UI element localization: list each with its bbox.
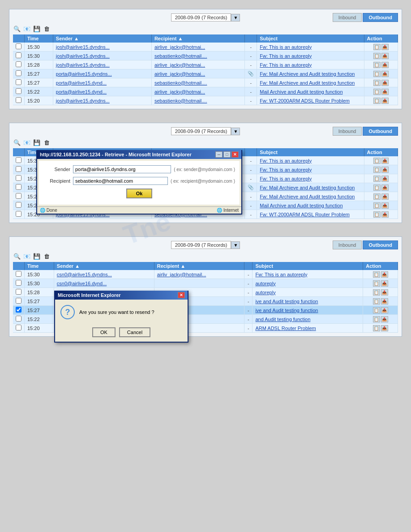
dialog-minimize-button[interactable]: ─ — [215, 151, 223, 158]
row-checkbox[interactable] — [13, 51, 25, 60]
view-icon[interactable]: 📋 — [373, 44, 381, 50]
row-checkbox[interactable] — [13, 156, 25, 165]
row-checkbox[interactable] — [13, 315, 25, 324]
view-icon[interactable]: 📋 — [373, 98, 381, 104]
resend-icon[interactable]: 📤 — [381, 176, 389, 182]
dialog-ok-button[interactable]: Ok — [126, 189, 153, 198]
view-icon[interactable]: 📋 — [373, 193, 381, 200]
view-icon[interactable]: 📋 — [373, 176, 381, 182]
view-icon[interactable]: 📋 — [373, 211, 381, 218]
row-checkbox[interactable] — [13, 78, 25, 87]
row-checkbox[interactable] — [13, 174, 25, 183]
view-icon[interactable]: 📋 — [373, 325, 380, 331]
resend-icon[interactable]: 📤 — [381, 298, 388, 305]
resend-icon[interactable]: 📤 — [381, 325, 388, 331]
row-checkbox[interactable] — [13, 201, 25, 210]
col-sender-1: Sender ▲ — [53, 34, 151, 43]
table-row: 15:30 csn0@airlive16.dynd... - autoreply… — [13, 279, 398, 288]
resend-icon[interactable]: 📤 — [381, 167, 389, 173]
tab-outbound-1[interactable]: Outbound — [363, 13, 398, 22]
row-checkbox[interactable] — [13, 279, 25, 288]
resend-icon[interactable]: 📤 — [381, 80, 389, 86]
resend-icon[interactable]: 📤 — [381, 53, 389, 59]
tab-inbound-1[interactable]: Inbound — [333, 13, 362, 22]
confirm-cancel-button[interactable]: Cancel — [119, 327, 150, 337]
view-icon[interactable]: 📋 — [373, 280, 380, 287]
confirm-message: Are you sure you want to resend ? — [79, 309, 154, 315]
resend-icon[interactable]: 📤 — [381, 71, 389, 77]
resend-icon[interactable]: 📤 — [381, 202, 389, 209]
email-icon-2[interactable]: 📧 — [23, 138, 31, 146]
view-icon[interactable]: 📋 — [373, 271, 380, 278]
row-checkbox[interactable] — [13, 297, 25, 306]
resend-icon[interactable]: 📤 — [381, 316, 388, 322]
tab-outbound-2[interactable]: Outbound — [363, 127, 398, 136]
date-dropdown-2[interactable]: ▼ — [231, 128, 240, 135]
row-checkbox[interactable] — [13, 183, 25, 192]
search-icon-3[interactable]: 🔍 — [13, 252, 21, 260]
download-icon-2[interactable]: 💾 — [33, 138, 41, 146]
view-icon[interactable]: 📋 — [373, 202, 381, 209]
tab-outbound-3[interactable]: Outbound — [363, 240, 398, 249]
row-checkbox[interactable] — [13, 324, 25, 333]
resend-icon[interactable]: 📤 — [381, 271, 388, 278]
resend-icon[interactable]: 📤 — [381, 289, 388, 296]
download-icon-3[interactable]: 💾 — [33, 252, 41, 260]
delete-icon-2[interactable]: 🗑 — [43, 138, 51, 146]
row-checkbox[interactable] — [13, 306, 25, 315]
resend-icon[interactable]: 📤 — [381, 89, 389, 95]
row-checkbox[interactable] — [13, 69, 25, 78]
resend-icon[interactable]: 📤 — [381, 184, 389, 191]
row-checkbox[interactable] — [13, 43, 25, 51]
email-icon-3[interactable]: 📧 — [23, 252, 31, 260]
resend-icon[interactable]: 📤 — [381, 62, 389, 68]
delete-icon-3[interactable]: 🗑 — [43, 252, 51, 260]
recipient-input[interactable] — [73, 177, 168, 185]
resend-icon[interactable]: 📤 — [381, 98, 389, 104]
resend-icon[interactable]: 📤 — [381, 307, 388, 313]
search-icon-2[interactable]: 🔍 — [13, 138, 21, 146]
view-icon[interactable]: 📋 — [373, 71, 381, 77]
view-icon[interactable]: 📋 — [373, 307, 380, 313]
email-icon[interactable]: 📧 — [23, 25, 31, 33]
tab-inbound-3[interactable]: Inbound — [333, 240, 362, 249]
view-icon[interactable]: 📋 — [373, 80, 381, 86]
download-icon[interactable]: 💾 — [33, 25, 41, 33]
date-dropdown-3[interactable]: ▼ — [231, 241, 240, 249]
row-checkbox[interactable] — [13, 270, 25, 279]
row-checkbox[interactable] — [13, 210, 25, 219]
view-icon[interactable]: 📋 — [373, 53, 381, 59]
confirm-ok-button[interactable]: OK — [92, 327, 116, 337]
row-checkbox[interactable] — [13, 87, 25, 96]
tab-inbound-2[interactable]: Inbound — [333, 127, 362, 136]
view-icon[interactable]: 📋 — [373, 316, 380, 322]
search-icon[interactable]: 🔍 — [13, 25, 21, 33]
row-checkbox[interactable] — [13, 288, 25, 297]
view-icon[interactable]: 📋 — [373, 298, 380, 305]
view-icon[interactable]: 📋 — [373, 158, 381, 164]
confirm-close-button[interactable]: ✕ — [178, 292, 185, 298]
statusbar-done-text: Done — [47, 208, 57, 213]
view-icon[interactable]: 📋 — [373, 184, 381, 191]
row-checkbox[interactable] — [13, 165, 25, 174]
view-icon[interactable]: 📋 — [373, 89, 381, 95]
row-checkbox[interactable] — [13, 96, 25, 105]
delete-icon[interactable]: 🗑 — [43, 25, 51, 33]
dialog-maximize-button[interactable]: □ — [223, 151, 231, 158]
panel-3: 2008-09-09 (7 Records) ▼ Inbound Outboun… — [9, 236, 402, 337]
resend-icon[interactable]: 📤 — [381, 280, 388, 287]
resend-icon[interactable]: 📤 — [381, 158, 389, 164]
row-attach: - — [245, 165, 257, 174]
dialog-close-button[interactable]: ✕ — [231, 151, 239, 158]
view-icon[interactable]: 📋 — [373, 289, 380, 296]
resend-icon[interactable]: 📤 — [381, 44, 389, 50]
view-icon[interactable]: 📋 — [373, 167, 381, 173]
resend-icon[interactable]: 📤 — [381, 211, 389, 218]
view-icon[interactable]: 📋 — [373, 62, 381, 68]
date-dropdown-1[interactable]: ▼ — [231, 14, 240, 21]
row-checkbox[interactable] — [13, 60, 25, 69]
row-checkbox[interactable] — [13, 192, 25, 201]
row-subject: and Audit testing function — [253, 315, 363, 324]
sender-input[interactable] — [73, 165, 171, 173]
resend-icon[interactable]: 📤 — [381, 193, 389, 200]
